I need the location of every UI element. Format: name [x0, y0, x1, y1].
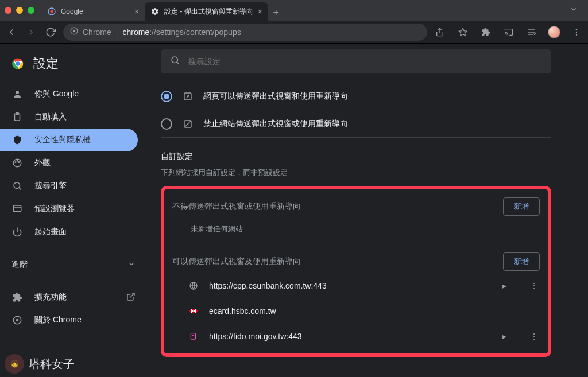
- window-dropdown-icon[interactable]: [564, 5, 583, 15]
- svg-point-14: [16, 61, 20, 65]
- svg-point-12: [576, 34, 577, 35]
- tab-google[interactable]: Google ×: [41, 2, 145, 21]
- radio-allow-popups[interactable]: 網頁可以傳送彈出式視窗和使用重新導向: [161, 83, 551, 110]
- site-info-icon[interactable]: [70, 27, 78, 37]
- sidebar-advanced-label: 進階: [11, 259, 28, 270]
- toolbar: Chrome | chrome://settings/content/popup…: [0, 21, 588, 44]
- chevron-right-icon[interactable]: ▸: [502, 281, 506, 290]
- close-tab-icon[interactable]: ×: [258, 7, 262, 16]
- sidebar-item-label: 關於 Chrome: [34, 315, 82, 325]
- settings-search-input[interactable]: [188, 57, 542, 66]
- sidebar-item-label: 預設瀏覽器: [34, 204, 75, 214]
- reading-list-icon[interactable]: [525, 25, 539, 39]
- radio-block-popups[interactable]: 禁止網站傳送彈出式視窗或使用重新導向: [161, 110, 551, 138]
- maximize-window-button[interactable]: [28, 7, 34, 14]
- sidebar-item-label: 你與 Google: [34, 89, 79, 99]
- custom-subheading: 下列網站採用自訂設定，而非預設設定: [161, 168, 551, 178]
- site-row[interactable]: ecard.hsbc.com.tw: [172, 298, 540, 324]
- svg-point-1: [50, 10, 53, 13]
- radio-selected-icon: [161, 91, 172, 102]
- tab-strip: Google × 設定 - 彈出式視窗與重新導向 × +: [41, 0, 564, 21]
- sidebar-item-privacy-security[interactable]: 安全性與隱私權: [0, 129, 138, 151]
- site-menu-icon[interactable]: ⋮: [528, 281, 540, 290]
- svg-line-23: [19, 188, 21, 189]
- share-icon[interactable]: [433, 25, 447, 39]
- close-tab-icon[interactable]: ×: [134, 7, 139, 16]
- sidebar-item-default-browser[interactable]: 預設瀏覽器: [0, 197, 138, 220]
- sidebar-item-about-chrome[interactable]: 關於 Chrome: [0, 309, 147, 332]
- sidebar-item-appearance[interactable]: 外觀: [0, 151, 138, 174]
- minimize-window-button[interactable]: [16, 7, 23, 14]
- radio-label: 禁止網站傳送彈出式視窗或使用重新導向: [203, 119, 348, 129]
- sidebar-item-search-engine[interactable]: 搜尋引擎: [0, 174, 138, 197]
- shield-icon: [11, 134, 23, 146]
- sidebar-item-autofill[interactable]: 自動填入: [0, 106, 138, 129]
- svg-rect-24: [13, 205, 21, 212]
- sidebar-item-label: 起始畫面: [34, 227, 67, 237]
- svg-marker-38: [196, 309, 198, 313]
- sidebar-advanced-toggle[interactable]: 進階: [0, 253, 147, 276]
- search-icon: [11, 180, 23, 192]
- site-url: https://fido.moi.gov.tw:443: [209, 332, 492, 341]
- tab-title: Google: [61, 7, 83, 15]
- watermark: 👧 塔科女子: [5, 354, 75, 374]
- profile-avatar[interactable]: [548, 26, 560, 38]
- person-icon: [11, 88, 23, 100]
- sidebar-item-label: 擴充功能: [34, 292, 67, 302]
- custom-heading: 自訂設定: [161, 151, 551, 162]
- site-row[interactable]: https://fido.moi.gov.tw:443 ▸ ⋮: [172, 324, 540, 349]
- site-row[interactable]: https://cpp.esunbank.com.tw:443 ▸ ⋮: [172, 273, 540, 298]
- chevron-right-icon[interactable]: ▸: [502, 332, 506, 341]
- extensions-icon[interactable]: [479, 25, 493, 39]
- palette-icon: [11, 157, 23, 169]
- puzzle-icon: [11, 292, 23, 303]
- chevron-down-icon: [127, 260, 136, 270]
- svg-point-22: [14, 182, 20, 189]
- sidebar-item-label: 自動填入: [34, 112, 67, 122]
- radio-label: 網頁可以傳送彈出式視窗和使用重新導向: [203, 91, 348, 102]
- open-external-icon: [126, 292, 136, 303]
- popup-allow-icon: [183, 91, 193, 102]
- blocked-empty-text: 未新增任何網站: [172, 218, 540, 244]
- svg-point-3: [73, 30, 75, 32]
- sidebar-item-extensions[interactable]: 擴充功能: [0, 286, 147, 309]
- site-menu-icon[interactable]: ⋮: [528, 332, 540, 341]
- address-bar[interactable]: Chrome | chrome://settings/content/popup…: [63, 24, 427, 41]
- new-tab-button[interactable]: +: [268, 5, 284, 21]
- svg-point-21: [18, 162, 20, 163]
- add-allowed-button[interactable]: 新增: [503, 252, 540, 271]
- site-url: ecard.hsbc.com.tw: [209, 306, 496, 316]
- svg-point-10: [576, 29, 577, 30]
- sidebar-item-on-startup[interactable]: 起始畫面: [0, 220, 138, 243]
- back-button[interactable]: [5, 25, 18, 39]
- blocked-section-title: 不得傳送彈出式視窗或使用重新導向: [172, 201, 301, 212]
- svg-line-34: [185, 121, 191, 127]
- chrome-icon: [11, 314, 23, 326]
- svg-line-31: [177, 62, 179, 64]
- site-url: https://cpp.esunbank.com.tw:443: [209, 281, 492, 290]
- kebab-menu-icon[interactable]: [570, 25, 583, 39]
- add-blocked-button[interactable]: 新增: [503, 197, 540, 216]
- svg-rect-42: [191, 333, 195, 340]
- reload-button[interactable]: [44, 25, 57, 39]
- custom-settings-highlight: 不得傳送彈出式視窗或使用重新導向 新增 未新增任何網站 可以傳送彈出式視窗及使用…: [161, 186, 551, 357]
- svg-point-29: [16, 319, 19, 322]
- bookmark-icon[interactable]: [456, 25, 470, 39]
- svg-point-11: [576, 31, 577, 32]
- tab-settings-popups[interactable]: 設定 - 彈出式視窗與重新導向 ×: [145, 2, 268, 21]
- svg-point-30: [172, 57, 178, 63]
- cast-icon[interactable]: [502, 25, 516, 39]
- page-title: 設定: [33, 55, 59, 72]
- google-favicon-icon: [47, 7, 56, 16]
- svg-rect-43: [192, 335, 195, 336]
- main-content: 網頁可以傳送彈出式視窗和使用重新導向 禁止網站傳送彈出式視窗或使用重新導向 自訂…: [147, 44, 588, 377]
- settings-search[interactable]: [161, 49, 551, 73]
- sidebar-item-label: 外觀: [34, 158, 51, 168]
- svg-marker-5: [459, 28, 466, 36]
- watermark-text: 塔科女子: [29, 356, 75, 372]
- popup-block-icon: [183, 119, 193, 129]
- tab-title: 設定 - 彈出式視窗與重新導向: [164, 7, 253, 17]
- forward-button[interactable]: [24, 25, 38, 39]
- sidebar-item-you-and-google[interactable]: 你與 Google: [0, 83, 138, 106]
- close-window-button[interactable]: [5, 7, 11, 14]
